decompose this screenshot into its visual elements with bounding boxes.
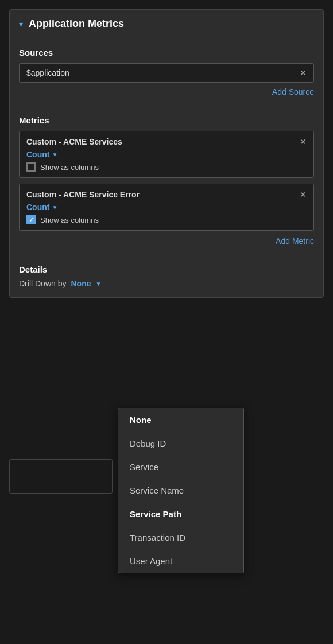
metric-card-1: Custom - ACME Service Error ✕ Count ▼ Sh…	[19, 184, 314, 231]
metric-count-1[interactable]: Count	[26, 203, 49, 212]
dropdown-item-service-name[interactable]: Service Name	[118, 479, 243, 502]
metrics-details-divider	[19, 255, 314, 255]
drill-down-label: Drill Down by	[19, 279, 66, 288]
add-metric-link[interactable]: Add Metric	[19, 236, 314, 246]
dropdown-item-transaction-id[interactable]: Transaction ID	[118, 526, 243, 549]
dropdown-item-user-agent[interactable]: User Agent	[118, 549, 243, 573]
metric-checkbox-row-0: Show as columns	[26, 162, 307, 172]
metrics-label: Metrics	[19, 115, 314, 125]
metric-count-row-0: Count ▼	[26, 150, 307, 159]
metric-count-arrow-1[interactable]: ▼	[52, 204, 57, 211]
metric-card-0: Custom - ACME Services ✕ Count ▼ Show as…	[19, 131, 314, 178]
source-input-row: $application ✕	[19, 63, 314, 83]
dropdown-item-service[interactable]: Service	[118, 455, 243, 479]
drill-down-value[interactable]: None	[71, 279, 91, 288]
metric-count-row-1: Count ▼	[26, 203, 307, 212]
metric-checkbox-row-1: Show as columns	[26, 215, 307, 224]
panel-header: ▾ Application Metrics	[10, 10, 323, 38]
remove-metric-1-icon[interactable]: ✕	[300, 190, 307, 199]
drill-down-arrow-icon[interactable]: ▼	[95, 281, 101, 287]
dropdown-item-service-path[interactable]: Service Path	[118, 502, 243, 526]
add-source-link[interactable]: Add Source	[19, 87, 314, 96]
background-widget	[9, 459, 113, 494]
dropdown-item-debug-id[interactable]: Debug ID	[118, 432, 243, 455]
remove-metric-0-icon[interactable]: ✕	[300, 137, 307, 146]
drill-down-row: Drill Down by None ▼	[19, 279, 314, 288]
details-label: Details	[19, 265, 314, 274]
metric-checkbox-label-0: Show as columns	[40, 163, 99, 172]
metric-count-0[interactable]: Count	[26, 150, 49, 159]
metric-card-header-1: Custom - ACME Service Error ✕	[26, 190, 307, 199]
dropdown-item-none[interactable]: None	[118, 408, 243, 432]
metric-checkbox-0[interactable]	[26, 162, 36, 172]
metric-title-1: Custom - ACME Service Error	[26, 190, 140, 199]
metric-checkbox-1[interactable]	[26, 215, 36, 224]
sources-label: Sources	[19, 48, 314, 57]
application-metrics-panel: ▾ Application Metrics Sources $applicati…	[9, 9, 324, 298]
collapse-icon[interactable]: ▾	[19, 20, 23, 29]
drill-down-dropdown: None Debug ID Service Service Name Servi…	[118, 408, 244, 573]
metric-checkbox-label-1: Show as columns	[40, 216, 99, 224]
details-section: Details Drill Down by None ▼	[19, 265, 314, 288]
sources-metrics-divider	[19, 106, 314, 106]
remove-source-icon[interactable]: ✕	[300, 68, 307, 77]
panel-title: Application Metrics	[29, 18, 124, 30]
panel-body: Sources $application ✕ Add Source Metric…	[10, 38, 323, 297]
metric-count-arrow-0[interactable]: ▼	[52, 152, 57, 158]
metric-card-header-0: Custom - ACME Services ✕	[26, 137, 307, 146]
source-value: $application	[26, 68, 300, 77]
metric-title-0: Custom - ACME Services	[26, 137, 122, 146]
